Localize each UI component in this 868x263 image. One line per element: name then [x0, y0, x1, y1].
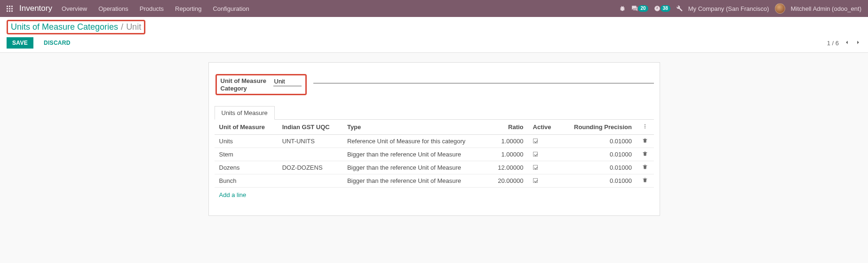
th-uqc[interactable]: Indian GST UQC [278, 120, 342, 135]
pager-prev-icon[interactable] [844, 39, 850, 47]
breadcrumb: Units of Measure Categories / Unit [7, 20, 145, 34]
cell-uom[interactable]: Bunch [215, 174, 278, 188]
main-menu: Overview Operations Products Reporting C… [62, 5, 249, 12]
form-view: Unit of Measure Category Units of Measur… [0, 53, 868, 225]
user-menu[interactable]: Mitchell Admin (odoo_ent) [791, 5, 861, 12]
trash-icon[interactable] [642, 177, 648, 184]
cell-delete[interactable] [637, 148, 654, 161]
trash-icon[interactable] [642, 138, 648, 145]
cell-type[interactable]: Reference Unit of Measure for this categ… [342, 135, 488, 148]
uom-table: Unit of Measure Indian GST UQC Type Rati… [215, 120, 654, 188]
discard-button[interactable]: DISCARD [41, 39, 73, 47]
table-row[interactable]: BunchBigger than the reference Unit of M… [215, 174, 654, 188]
cell-delete[interactable] [637, 161, 654, 174]
menu-products[interactable]: Products [140, 5, 164, 12]
app-name[interactable]: Inventory [19, 4, 52, 13]
tab-units-of-measure[interactable]: Units of Measure [215, 106, 275, 120]
table-row[interactable]: StemBigger than the reference Unit of Me… [215, 148, 654, 161]
th-uom[interactable]: Unit of Measure [215, 120, 278, 135]
activities-button[interactable]: 38 [654, 5, 670, 12]
svg-point-1 [645, 126, 645, 127]
control-panel: Units of Measure Categories / Unit SAVE … [0, 17, 868, 53]
cell-uqc[interactable] [278, 148, 342, 161]
svg-point-0 [645, 124, 645, 125]
avatar[interactable] [775, 3, 785, 14]
cell-rounding[interactable]: 0.01000 [560, 174, 637, 188]
cell-uom[interactable]: Dozens [215, 161, 278, 174]
cell-active[interactable] [528, 135, 560, 148]
trash-icon[interactable] [642, 164, 648, 171]
pager-next-icon[interactable] [855, 39, 861, 47]
menu-reporting[interactable]: Reporting [175, 5, 201, 12]
th-active[interactable]: Active [528, 120, 560, 135]
activity-count-badge: 38 [661, 5, 670, 12]
apps-icon[interactable] [7, 6, 13, 12]
message-count-badge: 20 [638, 5, 648, 12]
th-rounding[interactable]: Rounding Precision [560, 120, 637, 135]
field-underline [313, 80, 654, 83]
navbar: Inventory Overview Operations Products R… [0, 0, 868, 17]
cell-ratio[interactable]: 1.00000 [488, 148, 528, 161]
category-field-group: Unit of Measure Category [215, 74, 307, 95]
breadcrumb-separator: / [121, 22, 123, 32]
pager: 1 / 6 [827, 39, 861, 47]
trash-icon[interactable] [642, 151, 648, 158]
save-button[interactable]: SAVE [7, 37, 33, 49]
pager-value[interactable]: 1 / 6 [827, 40, 839, 47]
breadcrumb-current: Unit [126, 22, 141, 32]
cell-rounding[interactable]: 0.01000 [560, 135, 637, 148]
active-checkbox[interactable] [533, 178, 538, 183]
messaging-button[interactable]: 20 [631, 5, 648, 12]
menu-configuration[interactable]: Configuration [213, 5, 249, 12]
cell-type[interactable]: Bigger than the reference Unit of Measur… [342, 148, 488, 161]
active-checkbox[interactable] [533, 152, 538, 156]
th-ratio[interactable]: Ratio [488, 120, 528, 135]
cell-ratio[interactable]: 12.00000 [488, 161, 528, 174]
cell-delete[interactable] [637, 135, 654, 148]
form-sheet: Unit of Measure Category Units of Measur… [208, 62, 660, 216]
cell-uom[interactable]: Stem [215, 148, 278, 161]
company-selector[interactable]: My Company (San Francisco) [688, 5, 769, 12]
add-line-button[interactable]: Add a line [215, 188, 251, 202]
cell-rounding[interactable]: 0.01000 [560, 148, 637, 161]
category-label: Unit of Measure Category [221, 77, 273, 92]
th-type[interactable]: Type [342, 120, 488, 135]
cell-uqc[interactable]: UNT-UNITS [278, 135, 342, 148]
table-row[interactable]: UnitsUNT-UNITSReference Unit of Measure … [215, 135, 654, 148]
svg-point-2 [645, 128, 645, 129]
cell-uqc[interactable] [278, 174, 342, 188]
cell-ratio[interactable]: 20.00000 [488, 174, 528, 188]
th-options[interactable] [637, 120, 654, 135]
comments-icon [631, 5, 638, 12]
active-checkbox[interactable] [533, 165, 538, 170]
cell-type[interactable]: Bigger than the reference Unit of Measur… [342, 161, 488, 174]
cell-rounding[interactable]: 0.01000 [560, 161, 637, 174]
active-checkbox[interactable] [533, 139, 538, 143]
cell-uqc[interactable]: DOZ-DOZENS [278, 161, 342, 174]
menu-operations[interactable]: Operations [98, 5, 128, 12]
cell-active[interactable] [528, 148, 560, 161]
cell-uom[interactable]: Units [215, 135, 278, 148]
menu-overview[interactable]: Overview [62, 5, 87, 12]
category-input[interactable] [273, 77, 302, 86]
breadcrumb-parent[interactable]: Units of Measure Categories [11, 22, 118, 32]
notebook-tabs: Units of Measure [215, 106, 654, 120]
cell-active[interactable] [528, 174, 560, 188]
cell-active[interactable] [528, 161, 560, 174]
debug-icon[interactable] [619, 5, 626, 12]
table-row[interactable]: DozensDOZ-DOZENSBigger than the referenc… [215, 161, 654, 174]
clock-icon [654, 5, 661, 12]
cell-delete[interactable] [637, 174, 654, 188]
cell-type[interactable]: Bigger than the reference Unit of Measur… [342, 174, 488, 188]
tools-icon[interactable] [676, 5, 683, 12]
cell-ratio[interactable]: 1.00000 [488, 135, 528, 148]
